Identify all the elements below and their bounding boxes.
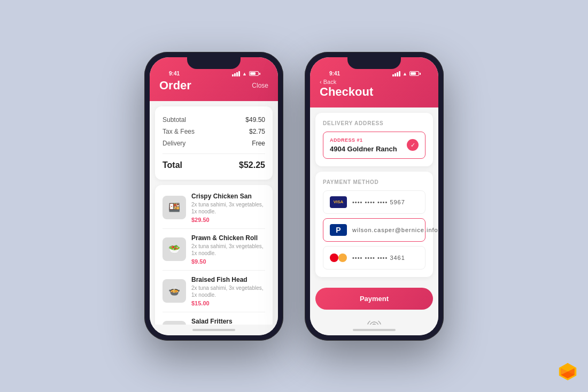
summary-divider	[163, 153, 265, 154]
paypal-email: wilson.casper@bernice.info	[352, 227, 438, 233]
delivery-label: Delivery	[163, 140, 185, 147]
signal-bars-1	[232, 71, 240, 76]
wifi-icon-1: ▲	[242, 71, 247, 76]
total-label: Total	[163, 160, 182, 170]
item-desc-1: 2x tuna sahimi, 3x vegetables, 1x noodle…	[191, 243, 265, 257]
payment-section: PAYMENT METHOD VISA •••• •••• •••• 5967 …	[315, 172, 433, 277]
delivery-value: Free	[252, 140, 265, 147]
back-label: Back	[323, 79, 336, 85]
payment-btn-area: Payment	[310, 282, 438, 315]
status-icons-1: ▲	[232, 71, 259, 76]
address-check-icon: ✓	[407, 139, 419, 151]
address-label: ADDRESS #1	[330, 137, 397, 143]
sketch-icon	[558, 362, 577, 381]
close-button[interactable]: Close	[252, 82, 268, 89]
mastercard-dots: •••• •••• •••• 3461	[352, 255, 419, 261]
item-img-0: 🍱	[163, 196, 186, 219]
item-emoji-1: 🥗	[163, 237, 186, 261]
home-indicator-1	[150, 325, 278, 335]
item-img-2: 🍲	[163, 279, 186, 303]
home-bar-1	[192, 329, 235, 331]
tax-row: Tax & Fees $2.75	[163, 126, 265, 137]
delivery-section: DELIVERY ADDRESS ADDRESS #1 4904 Goldner…	[315, 113, 433, 166]
order-item-1: 🥗 Prawn & Chicken Roll 2x tuna sahimi, 3…	[163, 229, 265, 271]
payment-button[interactable]: Payment	[315, 288, 433, 310]
items-card: 🍱 Crispy Chicken San 2x tuna sahimi, 3x …	[155, 185, 273, 325]
payment-section-title: PAYMENT METHOD	[323, 179, 425, 185]
address-details: ADDRESS #1 4904 Goldner Ranch	[330, 137, 397, 153]
item-desc-0: 2x tuna sahimi, 3x vegetables, 1x noodle…	[191, 201, 265, 215]
item-img-1: 🥗	[163, 237, 186, 261]
status-time-2: 9:41	[329, 71, 340, 76]
summary-card: Subtotal $49.50 Tax & Fees $2.75 Deliver…	[155, 106, 273, 180]
subtotal-label: Subtotal	[163, 116, 186, 124]
phones-container: 9:41 ▲ Order Close	[123, 30, 465, 362]
checkout-title: Checkout	[320, 85, 429, 99]
phone-checkout: 9:41 ▲ ‹ Back Checkout	[305, 52, 444, 341]
battery-2	[409, 71, 419, 76]
total-row: Total $52.25	[163, 158, 265, 172]
item-name-2: Braised Fish Head	[191, 276, 265, 283]
payment-option-paypal[interactable]: P wilson.casper@bernice.info ✓	[323, 218, 425, 242]
visa-dots: •••• •••• •••• 5967	[352, 199, 419, 205]
payment-option-mastercard[interactable]: •••• •••• •••• 3461	[323, 246, 425, 270]
item-name-3: Salad Fritters	[191, 318, 265, 325]
checkout-content: DELIVERY ADDRESS ADDRESS #1 4904 Goldner…	[310, 107, 438, 325]
subtotal-row: Subtotal $49.50	[163, 114, 265, 126]
signal-bars-2	[392, 71, 400, 76]
item-desc-2: 2x tuna sahimi, 3x vegetables, 1x noodle…	[191, 285, 265, 298]
order-title: Order	[159, 79, 191, 93]
home-bar-2	[353, 329, 396, 331]
item-name-0: Crispy Chicken San	[191, 193, 265, 200]
paypal-icon: P	[330, 224, 347, 236]
item-price-1: $9.50	[191, 258, 265, 265]
order-item-0: 🍱 Crispy Chicken San 2x tuna sahimi, 3x …	[163, 187, 265, 229]
subtotal-value: $49.50	[245, 116, 265, 124]
item-info-2: Braised Fish Head 2x tuna sahimi, 3x veg…	[191, 276, 265, 306]
notch	[187, 57, 241, 69]
wifi-icon-2: ▲	[403, 71, 407, 76]
delivery-section-title: DELIVERY ADDRESS	[323, 120, 425, 126]
item-info-1: Prawn & Chicken Roll 2x tuna sahimi, 3x …	[191, 234, 265, 265]
order-item-2: 🍲 Braised Fish Head 2x tuna sahimi, 3x v…	[163, 271, 265, 312]
tax-label: Tax & Fees	[163, 128, 195, 135]
item-info-3: Salad Fritters 2x tuna sahimi, 3x vegeta…	[191, 318, 265, 325]
order-content: Subtotal $49.50 Tax & Fees $2.75 Deliver…	[150, 101, 278, 325]
status-icons-2: ▲	[392, 71, 419, 76]
battery-1	[249, 71, 259, 76]
order-item-3: 🥙 Salad Fritters 2x tuna sahimi, 3x vege…	[163, 312, 265, 325]
notch-2	[347, 57, 401, 69]
address-text: 4904 Goldner Ranch	[330, 145, 397, 153]
address-box[interactable]: ADDRESS #1 4904 Goldner Ranch ✓	[323, 132, 425, 159]
home-indicator-2	[310, 325, 438, 335]
order-header-row: Order Close	[159, 79, 268, 93]
total-value: $52.25	[239, 160, 265, 170]
phone-order: 9:41 ▲ Order Close	[144, 52, 283, 341]
item-price-2: $15.00	[191, 300, 265, 306]
status-time-1: 9:41	[169, 71, 180, 76]
item-emoji-0: 🍱	[163, 196, 186, 219]
touch-id-area[interactable]: Pay with Touch ID	[310, 315, 438, 325]
delivery-row: Delivery Free	[163, 137, 265, 149]
payment-option-visa[interactable]: VISA •••• •••• •••• 5967	[323, 190, 425, 214]
fingerprint-icon	[366, 319, 382, 325]
visa-icon: VISA	[330, 196, 347, 208]
item-name-1: Prawn & Chicken Roll	[191, 234, 265, 242]
item-emoji-2: 🍲	[163, 279, 186, 303]
item-price-0: $29.50	[191, 217, 265, 223]
back-button[interactable]: ‹ Back	[320, 79, 429, 85]
back-chevron-icon: ‹	[320, 79, 322, 85]
tax-value: $2.75	[249, 128, 265, 135]
mastercard-icon	[330, 252, 347, 264]
item-info-0: Crispy Chicken San 2x tuna sahimi, 3x ve…	[191, 193, 265, 223]
